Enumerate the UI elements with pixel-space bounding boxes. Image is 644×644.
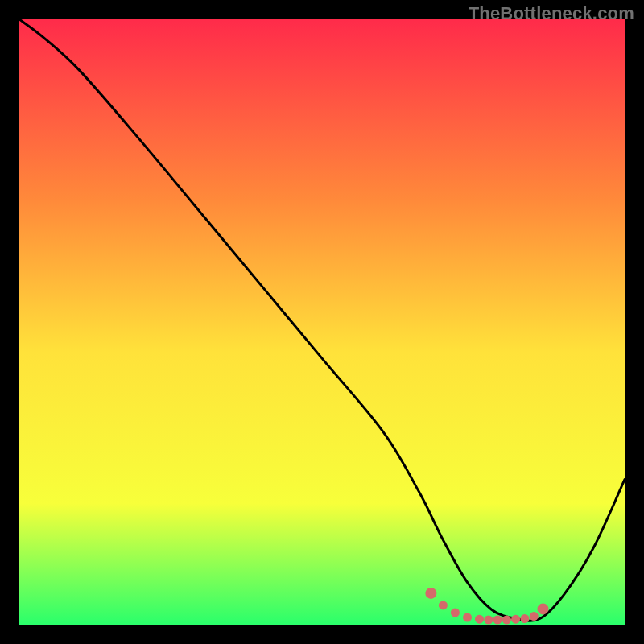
optimal-dot [475,615,484,624]
optimal-dot [493,616,502,625]
gradient-background [19,19,625,625]
optimal-dot [511,615,520,624]
optimal-dot [451,609,460,617]
optimal-dot [538,603,549,614]
optimal-dot [463,613,472,622]
bottleneck-chart [19,19,625,625]
optimal-dot [530,612,539,621]
optimal-dot [502,616,511,625]
optimal-dot [520,614,529,623]
optimal-dot [484,616,493,625]
optimal-dot [439,601,448,609]
chart-container: { "watermark": "TheBottleneck.com", "cha… [0,0,644,644]
optimal-dot [425,588,436,599]
